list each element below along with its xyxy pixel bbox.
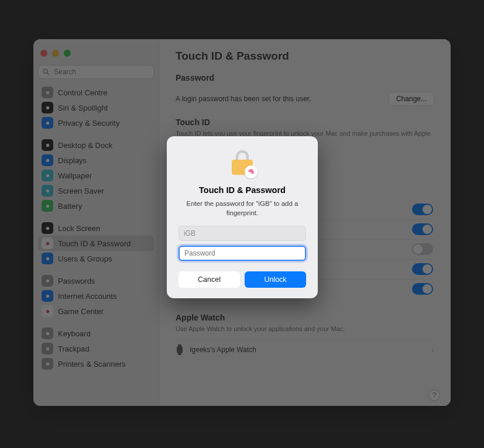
fingerprint-badge-icon (247, 168, 255, 176)
modal-title: Touch ID & Password (179, 185, 306, 195)
auth-modal: Touch ID & Password Enter the password f… (167, 136, 318, 298)
modal-username-field (179, 226, 306, 241)
cancel-button[interactable]: Cancel (179, 271, 240, 288)
modal-message: Enter the password for "iGB" to add a fi… (179, 199, 306, 218)
modal-password-field[interactable] (179, 246, 306, 261)
unlock-button[interactable]: Unlock (245, 271, 306, 288)
lock-icon (228, 149, 256, 177)
